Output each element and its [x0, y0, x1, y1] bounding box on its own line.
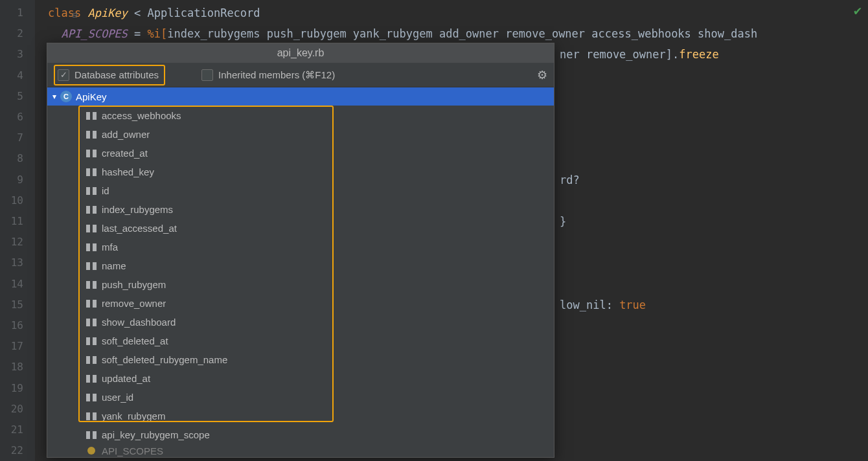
class-icon: C: [60, 91, 72, 102]
db-attribute-item[interactable]: show_dashboard: [47, 313, 554, 332]
line-number: 20: [0, 399, 23, 420]
db-column-icon: [86, 374, 97, 383]
db-column-icon: [86, 111, 97, 120]
line-number: 7: [0, 128, 23, 148]
line-number: 1: [0, 3, 23, 23]
line-number: 4: [0, 65, 23, 86]
db-column-icon: [86, 186, 97, 196]
db-attribute-item[interactable]: access_webhooks: [47, 106, 554, 125]
db-attribute-label: access_webhooks: [102, 110, 181, 121]
line-number: 10: [0, 190, 23, 211]
line-number: 6: [0, 107, 23, 128]
inherited-members-toggle[interactable]: Inherited members (⌘F12): [201, 69, 335, 81]
db-attribute-item[interactable]: id: [47, 181, 554, 200]
gear-icon[interactable]: ⚙: [537, 68, 547, 82]
db-attribute-item[interactable]: last_accessed_at: [47, 219, 554, 238]
db-column-icon: [86, 130, 97, 139]
popup-title: api_key.rb: [47, 43, 554, 63]
line-number: 11: [0, 211, 23, 232]
line-number: 15: [0, 295, 23, 315]
line-number: 8: [0, 148, 23, 169]
db-column-icon: [86, 393, 97, 402]
keyword: class: [48, 6, 87, 19]
db-attribute-label: index_rubygems: [102, 204, 173, 215]
db-column-icon: [86, 243, 97, 252]
class-name: ApiKey: [87, 6, 127, 19]
database-attributes-toggle[interactable]: Database attributes: [54, 65, 165, 85]
db-attribute-label: mfa: [102, 242, 118, 253]
db-attribute-label: id: [102, 185, 109, 196]
db-attribute-label: show_dashboard: [102, 317, 176, 328]
db-attribute-label: soft_deleted_at: [102, 335, 168, 346]
db-column-icon: [86, 224, 97, 233]
line-number: 16: [0, 315, 23, 336]
line-number: 19: [0, 378, 23, 399]
chevron-down-icon[interactable]: ▾: [52, 92, 56, 101]
checkbox-icon[interactable]: [58, 69, 69, 81]
db-attribute-label: name: [102, 260, 126, 271]
db-attribute-label: api_key_rubygem_scope: [102, 429, 210, 440]
line-number: 2: [0, 23, 23, 44]
line-number: 14: [0, 274, 23, 295]
db-column-icon: [86, 337, 97, 346]
db-column-icon: [86, 168, 97, 177]
database-attributes-label: Database attributes: [74, 69, 159, 80]
line-number: 18: [0, 357, 23, 377]
db-column-icon: [86, 280, 97, 289]
truncated-item[interactable]: API_SCOPES: [47, 444, 554, 457]
db-attribute-label: soft_deleted_rubygem_name: [102, 354, 227, 365]
db-column-icon: [86, 149, 97, 158]
db-attribute-label: yank_rubygem: [102, 410, 165, 422]
fold-icon[interactable]: ⊟: [73, 5, 78, 26]
line-number: 12: [0, 232, 23, 253]
db-attribute-label: last_accessed_at: [102, 223, 177, 234]
tree-root-apikey[interactable]: ▾ C ApiKey: [47, 87, 554, 106]
line-number: 22: [0, 440, 23, 461]
db-attribute-label: updated_at: [102, 373, 150, 384]
db-attribute-item[interactable]: updated_at: [47, 369, 554, 388]
db-attribute-item[interactable]: add_owner: [47, 125, 554, 144]
db-attribute-item[interactable]: soft_deleted_at: [47, 332, 554, 350]
db-attribute-item[interactable]: api_key_rubygem_scope: [47, 425, 554, 444]
db-attribute-label: created_at: [102, 148, 148, 159]
line-number: 21: [0, 420, 23, 440]
line-number: 17: [0, 336, 23, 357]
db-column-icon: [86, 431, 97, 440]
structure-popup: api_key.rb Database attributes Inherited…: [47, 43, 554, 458]
db-attribute-label: user_id: [102, 392, 133, 403]
superclass: ApplicationRecord: [148, 6, 260, 19]
db-attribute-item[interactable]: push_rubygem: [47, 275, 554, 294]
line-number: 13: [0, 253, 23, 273]
db-attribute-item[interactable]: user_id: [47, 388, 554, 407]
db-attribute-item[interactable]: soft_deleted_rubygem_name: [47, 350, 554, 369]
db-attribute-item[interactable]: yank_rubygem: [47, 407, 554, 425]
db-column-icon: [86, 205, 97, 214]
inspection-ok-icon[interactable]: ✔: [854, 3, 862, 18]
db-column-icon: [86, 299, 97, 308]
line-number: 9: [0, 170, 23, 190]
db-attribute-item[interactable]: created_at: [47, 144, 554, 163]
db-column-icon: [86, 318, 97, 327]
line-number: 5: [0, 86, 23, 107]
db-attribute-label: hashed_key: [102, 166, 154, 177]
db-attribute-label: remove_owner: [102, 298, 166, 309]
db-attribute-item[interactable]: mfa: [47, 238, 554, 256]
db-column-icon: [86, 262, 97, 271]
line-gutter: 12345678910111213141516171819202122: [0, 0, 35, 461]
line-number: 3: [0, 44, 23, 65]
db-attribute-label: add_owner: [102, 129, 150, 140]
tree-root-label: ApiKey: [76, 91, 107, 102]
db-attribute-label: push_rubygem: [102, 279, 166, 290]
inherited-members-label: Inherited members (⌘F12): [218, 69, 335, 81]
popup-toolbar: Database attributes Inherited members (⌘…: [47, 63, 554, 87]
db-attribute-item[interactable]: remove_owner: [47, 294, 554, 313]
db-attribute-item[interactable]: name: [47, 256, 554, 275]
db-attribute-item[interactable]: index_rubygems: [47, 200, 554, 219]
checkbox-icon[interactable]: [201, 69, 213, 81]
constant: API_SCOPES: [61, 27, 127, 40]
db-column-icon: [86, 355, 97, 365]
db-attribute-item[interactable]: hashed_key: [47, 163, 554, 181]
db-column-icon: [86, 412, 97, 421]
